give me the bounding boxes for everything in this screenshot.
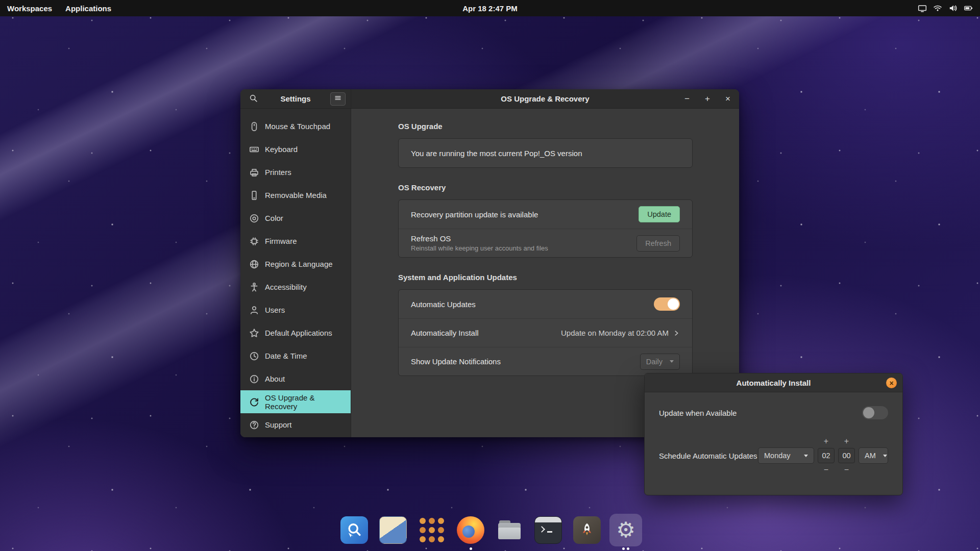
sidebar-item-support[interactable]: Support <box>240 413 351 436</box>
notifications-frequency-dropdown[interactable]: Daily <box>640 354 680 370</box>
os-upgrade-status-row: You are running the most current Pop!_OS… <box>399 139 692 167</box>
os-upgrade-status-text: You are running the most current Pop!_OS… <box>411 149 680 158</box>
screenshot-tool-icon <box>340 516 368 544</box>
dock-item-software[interactable] <box>376 514 410 550</box>
recovery-partition-label: Recovery partition update is available <box>411 210 639 219</box>
info-icon <box>249 374 259 384</box>
refresh-os-description: Reinstall while keeping user accounts an… <box>411 244 636 252</box>
star-icon <box>249 328 259 338</box>
accessibility-icon <box>249 282 259 292</box>
dock-item-screenshot-tool[interactable] <box>337 514 371 550</box>
minimize-button[interactable]: − <box>682 94 692 104</box>
removable-media-icon <box>249 190 259 201</box>
sidebar-header: Settings <box>240 89 351 108</box>
refresh-button[interactable]: Refresh <box>636 235 680 252</box>
automatically-install-label: Automatically Install <box>411 329 561 337</box>
toggle-knob <box>668 298 679 310</box>
dock-item-app-grid[interactable] <box>415 514 449 550</box>
automatic-updates-toggle[interactable] <box>654 297 680 311</box>
update-button[interactable]: Update <box>639 206 680 222</box>
files-icon <box>496 516 523 544</box>
search-icon <box>249 94 258 104</box>
applications-button[interactable]: Applications <box>60 2 116 15</box>
firefox-icon <box>457 516 484 544</box>
dock-item-files[interactable] <box>493 514 526 550</box>
sidebar-title: Settings <box>280 94 310 103</box>
hour-decrement-button[interactable]: − <box>819 465 834 475</box>
dock: ⚙ <box>337 514 643 551</box>
dock-item-pop-shop[interactable] <box>570 514 604 550</box>
sidebar-item-about[interactable]: About <box>240 367 351 390</box>
sidebar-item-users[interactable]: Users <box>240 298 351 321</box>
dock-item-firefox[interactable] <box>454 514 487 550</box>
dialog-close-button[interactable]: × <box>886 378 897 388</box>
day-dropdown[interactable]: Monday <box>758 447 814 464</box>
sidebar-item-region-language[interactable]: Region & Language <box>240 253 351 276</box>
primary-menu-button[interactable] <box>330 92 346 106</box>
volume-icon[interactable] <box>948 4 958 13</box>
sidebar-item-default-applications[interactable]: Default Applications <box>240 321 351 344</box>
sidebar-item-label: Date & Time <box>265 352 307 360</box>
minute-decrement-button[interactable]: − <box>839 465 854 475</box>
maximize-button[interactable]: + <box>702 94 713 104</box>
chevron-down-icon <box>670 360 674 363</box>
dock-item-terminal[interactable] <box>531 514 565 550</box>
sidebar-item-label: Color <box>265 214 283 222</box>
sidebar-item-printers[interactable]: Printers <box>240 161 351 184</box>
display-icon[interactable] <box>918 4 927 13</box>
clock[interactable]: Apr 18 2:47 PM <box>462 4 518 13</box>
minute-field[interactable]: 00 <box>838 448 855 463</box>
sidebar-item-color[interactable]: Color <box>240 207 351 230</box>
automatic-updates-row: Automatic Updates <box>399 290 692 318</box>
os-upgrade-card: You are running the most current Pop!_OS… <box>398 138 693 168</box>
refresh-os-title: Refresh OS <box>411 234 451 243</box>
ampm-dropdown[interactable]: AM <box>859 447 888 464</box>
clock-icon <box>249 351 259 361</box>
window-title: OS Upgrade & Recovery <box>501 94 589 103</box>
running-indicator <box>470 547 472 550</box>
dialog-title: Automatically Install <box>737 379 811 387</box>
minute-increment-button[interactable]: + <box>839 436 854 446</box>
settings-gear-icon: ⚙ <box>612 516 640 544</box>
section-title-system-updates: System and Application Updates <box>398 273 693 282</box>
toggle-knob <box>863 407 874 418</box>
dock-item-settings[interactable]: ⚙ <box>609 514 643 550</box>
hour-field[interactable]: 02 <box>818 448 835 463</box>
close-button[interactable]: × <box>723 94 733 104</box>
sidebar-item-label: Mouse & Touchpad <box>265 122 330 131</box>
sidebar-item-accessibility[interactable]: Accessibility <box>240 276 351 298</box>
hour-increment-button[interactable]: + <box>819 436 834 446</box>
globe-icon <box>249 259 259 269</box>
workspaces-button[interactable]: Workspaces <box>2 2 57 15</box>
sidebar-item-removable-media[interactable]: Removable Media <box>240 184 351 207</box>
sidebar-item-keyboard[interactable]: Keyboard <box>240 138 351 161</box>
sidebar-item-firmware[interactable]: Firmware <box>240 230 351 253</box>
automatically-install-row[interactable]: Automatically Install Update on Monday a… <box>399 318 692 347</box>
update-when-available-toggle[interactable] <box>862 406 888 419</box>
wifi-icon[interactable] <box>933 4 942 13</box>
system-tray[interactable] <box>918 4 980 13</box>
window-header: OS Upgrade & Recovery − + × <box>351 89 739 108</box>
titlebar[interactable]: Settings OS Upgrade & Recovery − + × <box>240 89 739 109</box>
sidebar-item-mouse-touchpad[interactable]: Mouse & Touchpad <box>240 115 351 138</box>
automatically-install-value: Update on Monday at 02:00 AM <box>561 329 669 337</box>
sidebar-item-label: Users <box>265 306 285 314</box>
battery-icon[interactable] <box>964 4 973 13</box>
chevron-down-icon <box>883 455 887 457</box>
sidebar-item-label: Default Applications <box>265 329 332 337</box>
update-when-available-label: Update when Available <box>659 409 737 417</box>
show-update-notifications-row: Show Update Notifications Daily <box>399 347 692 375</box>
notifications-frequency-value: Daily <box>646 358 663 366</box>
sidebar-item-os-upgrade-recovery[interactable]: OS Upgrade & Recovery <box>240 390 351 413</box>
recovery-partition-row: Recovery partition update is available U… <box>399 200 692 229</box>
section-title-os-recovery: OS Recovery <box>398 183 693 192</box>
search-button[interactable] <box>246 92 261 106</box>
sidebar-item-label: Support <box>265 420 292 429</box>
schedule-automatic-updates-row: Schedule Automatic Updates Monday + 02 −… <box>659 436 888 475</box>
keyboard-icon <box>249 144 259 155</box>
sidebar-item-label: OS Upgrade & Recovery <box>265 393 347 411</box>
app-grid-icon <box>420 518 444 542</box>
dialog-header[interactable]: Automatically Install × <box>645 373 902 392</box>
sidebar-item-date-time[interactable]: Date & Time <box>240 344 351 367</box>
sidebar-item-label: Keyboard <box>265 145 298 154</box>
